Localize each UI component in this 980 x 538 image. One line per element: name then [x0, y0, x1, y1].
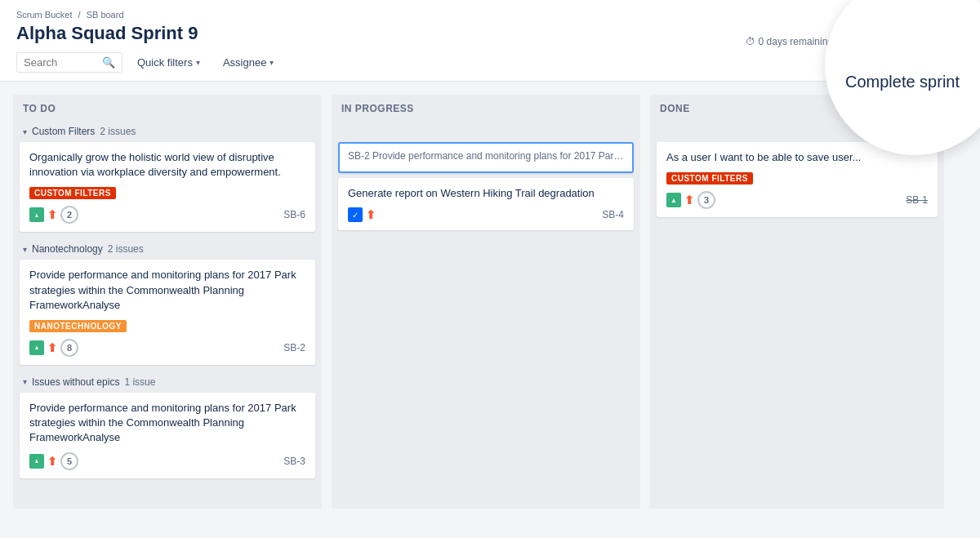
story-icon: ▲: [666, 193, 681, 207]
toolbar: 🔍 Quick filters ▾ Assignee ▾: [16, 52, 964, 81]
card-title: Provide performance and monitoring plans…: [29, 268, 305, 313]
card-id-strikethrough: SB-1: [906, 194, 928, 206]
card-id: SB-2: [283, 342, 305, 353]
card-footer: ⬆ SB-4: [348, 207, 624, 222]
card-title: Organically grow the holistic world view…: [29, 150, 305, 180]
epic-count: 2 issues: [100, 126, 136, 137]
hint-card-sb-2[interactable]: SB-2 Provide performance and monitoring …: [338, 142, 634, 173]
card-title: As a user I want to be able to save user…: [666, 150, 928, 165]
card-icons: ⬆ 2: [29, 206, 78, 224]
card-icons: ⬆ 5: [29, 452, 78, 470]
epic-group-nanotechnology: ▾ Nanotechnology 2 issues Provide perfor…: [20, 238, 315, 365]
chevron-down-icon: ▾: [270, 58, 274, 67]
priority-icon: ⬆: [366, 208, 376, 221]
hint-prefix: SB-2: [348, 150, 372, 162]
chevron-down-icon: ▾: [23, 377, 27, 386]
search-input[interactable]: [24, 56, 100, 69]
column-done-body: ▾ Custom Filters 2 issues As a user I wa…: [650, 121, 944, 509]
hint-text: Provide performance and monitoring plans…: [372, 150, 624, 162]
column-todo-header: TO DO: [13, 95, 322, 121]
card-id: SB-6: [283, 209, 305, 220]
chevron-down-icon: ▾: [23, 245, 27, 254]
card-sb-4[interactable]: Generate report on Western Hiking Trail …: [338, 178, 634, 230]
card-icons: ⬆: [348, 207, 376, 222]
estimate-bubble: 8: [60, 339, 78, 357]
search-icon: 🔍: [102, 56, 115, 69]
epic-name: Issues without epics: [32, 376, 119, 388]
search-box[interactable]: 🔍: [16, 52, 122, 73]
epic-name: Custom Filters: [32, 126, 95, 137]
priority-icon: ⬆: [47, 341, 57, 354]
breadcrumb-project[interactable]: Scrum Bucket: [16, 10, 72, 20]
quick-filters-button[interactable]: Quick filters ▾: [129, 52, 208, 73]
epic-name: Nanotechnology: [32, 243, 103, 255]
epic-count: 1 issue: [124, 376, 155, 388]
card-sb-3[interactable]: Provide performance and monitoring plans…: [20, 393, 315, 478]
complete-sprint-button[interactable]: Complete sprint: [845, 71, 960, 92]
timer-label: 0 days remaining: [759, 36, 833, 47]
chevron-down-icon: ▾: [196, 58, 200, 67]
epic-group-no-epic: ▾ Issues without epics 1 issue Provide p…: [20, 371, 315, 478]
epic-header-nanotechnology[interactable]: ▾ Nanotechnology 2 issues: [20, 238, 315, 260]
breadcrumb: Scrum Bucket / SB board: [16, 10, 964, 20]
card-footer: ▲ ⬆ 3 SB-1: [666, 191, 928, 209]
epic-group-custom-filters: ▾ Custom Filters 2 issues Organically gr…: [20, 121, 315, 232]
estimate-bubble: 2: [60, 206, 78, 224]
epic-header-no-epic[interactable]: ▾ Issues without epics 1 issue: [20, 371, 315, 393]
task-icon: [348, 207, 363, 222]
card-footer: ⬆ 2 SB-6: [29, 206, 305, 224]
page-title: Alpha Squad Sprint 9: [16, 23, 198, 44]
priority-icon: ⬆: [47, 208, 57, 221]
card-sb-2[interactable]: Provide performance and monitoring plans…: [20, 260, 315, 365]
card-sb-6[interactable]: Organically grow the holistic world view…: [20, 142, 315, 232]
quick-filters-label: Quick filters: [137, 56, 193, 69]
card-icons: ▲ ⬆ 3: [666, 191, 715, 209]
card-title: Generate report on Western Hiking Trail …: [348, 186, 624, 201]
breadcrumb-sep: /: [78, 10, 81, 20]
tag-nanotechnology: NANOTECHNOLOGY: [29, 320, 127, 332]
story-icon: [29, 454, 44, 469]
epic-count: 2 issues: [108, 243, 144, 255]
app-container: Scrum Bucket / SB board Alpha Squad Spri…: [0, 0, 980, 538]
card-id: SB-3: [283, 456, 305, 467]
story-icon: [29, 340, 44, 355]
priority-icon: ⬆: [47, 455, 57, 468]
column-todo: TO DO ▾ Custom Filters 2 issues Organica…: [13, 95, 322, 509]
column-done: DONE ▾ Custom Filters 2 issues As a user…: [650, 95, 944, 509]
card-footer: ⬆ 8 SB-2: [29, 339, 305, 357]
card-sb-1[interactable]: As a user I want to be able to save user…: [657, 142, 938, 217]
breadcrumb-board[interactable]: SB board: [87, 10, 124, 20]
epic-group-nanotech-progress: ▾ Nanotechnology 2 issues SB-2 Provide p…: [338, 121, 634, 230]
board-area: TO DO ▾ Custom Filters 2 issues Organica…: [0, 82, 980, 522]
tag-custom-filters: CUSTOM FILTERS: [29, 187, 116, 199]
hint-title: SB-2 Provide performance and monitoring …: [348, 150, 624, 162]
column-inprogress-header: IN PROGRESS: [332, 95, 640, 121]
column-inprogress: IN PROGRESS ▾ Nanotechnology 2 issues SB…: [332, 95, 640, 509]
assignee-label: Assignee: [223, 56, 266, 69]
story-icon: [29, 207, 44, 222]
card-footer: ⬆ 5 SB-3: [29, 452, 305, 470]
priority-icon: ⬆: [684, 193, 694, 207]
card-icons: ⬆ 8: [29, 339, 78, 357]
timer-icon: ⏱: [746, 36, 755, 47]
estimate-bubble: 5: [60, 452, 78, 470]
column-todo-body: ▾ Custom Filters 2 issues Organically gr…: [13, 121, 322, 509]
assignee-button[interactable]: Assignee ▾: [215, 52, 282, 73]
card-id: SB-4: [602, 209, 624, 220]
epic-header-custom-filters[interactable]: ▾ Custom Filters 2 issues: [20, 121, 315, 142]
column-inprogress-body: ▾ Nanotechnology 2 issues SB-2 Provide p…: [332, 121, 640, 509]
card-title: Provide performance and monitoring plans…: [29, 401, 305, 446]
estimate-bubble: 3: [697, 191, 715, 209]
timer-badge: ⏱ 0 days remaining: [746, 36, 833, 47]
chevron-down-icon: ▾: [23, 127, 27, 136]
tag-custom-filters: CUSTOM FILTERS: [666, 172, 753, 185]
